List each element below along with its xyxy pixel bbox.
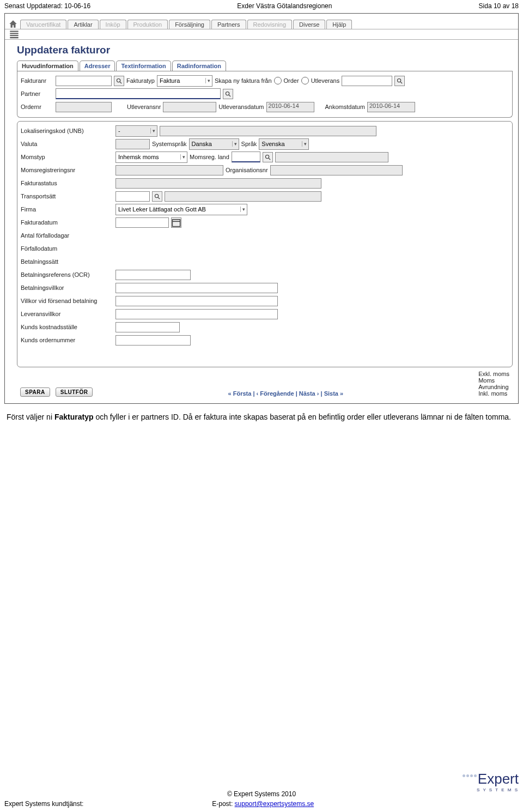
search-icon[interactable] <box>223 89 233 99</box>
footer-left: Expert Systems kundtjänst: <box>4 800 83 808</box>
calendar-icon[interactable] <box>171 217 181 228</box>
search-icon[interactable] <box>114 76 124 86</box>
label-fakturatyp: Fakturatyp <box>126 77 155 84</box>
sprak-select[interactable]: Svenska <box>259 138 309 150</box>
forsenad-input[interactable] <box>115 296 278 306</box>
finish-button[interactable]: SLUTFÖR <box>56 387 93 397</box>
radio-order[interactable] <box>274 77 282 84</box>
save-button[interactable]: SPARA <box>20 387 50 397</box>
header-center: Exder Västra Götalandsregionen <box>237 2 332 10</box>
header-right: Sida 10 av 18 <box>479 2 519 10</box>
svg-line-5 <box>229 95 230 96</box>
pager[interactable]: « Första | ‹ Föregående | Nästa › | Sist… <box>228 390 344 397</box>
label-kundordernr: Kunds ordernummer <box>21 337 113 343</box>
email-link[interactable]: support@expertsystems.se <box>235 800 314 808</box>
svg-line-1 <box>120 82 121 83</box>
page-title: Uppdatera fakturor <box>17 44 513 56</box>
label-kostnadsstalle: Kunds kostnadsställe <box>21 324 113 330</box>
label-transport: Transportsätt <box>21 193 113 199</box>
svg-point-8 <box>155 194 158 197</box>
kostnadsstalle-input[interactable] <box>115 322 180 332</box>
footer-bar: SPARA SLUTFÖR « Första | ‹ Föregående | … <box>17 369 513 399</box>
transport-desc <box>165 191 321 202</box>
sub-tabs: Huvudinformation Adresser Textinformatio… <box>17 60 513 71</box>
label-ordernr: Ordernr <box>21 104 53 110</box>
label-valuta: Valuta <box>21 141 113 147</box>
label-order: Order <box>284 77 299 84</box>
fakturadatum-input[interactable] <box>115 217 169 228</box>
firma-select[interactable]: Livet Leker Lättlagat och Gott AB <box>115 204 247 215</box>
svg-point-4 <box>226 92 229 95</box>
label-orgnr: Organisationsnr <box>226 167 268 173</box>
menu-tab[interactable]: Artiklar <box>68 20 98 29</box>
label-sprak: Språk <box>241 141 257 147</box>
radio-utleverans[interactable] <box>301 77 309 84</box>
menu-tab[interactable]: Produktion <box>127 20 168 29</box>
label-momsregnr: Momsregistreringsnr <box>21 167 113 173</box>
label-antal-forfallodagar: Antal förfallodagar <box>21 232 113 239</box>
menu-tab[interactable]: Inköp <box>100 20 126 29</box>
label-fakturanr: Fakturanr <box>21 77 53 84</box>
search-icon[interactable] <box>152 191 162 202</box>
utleveransnr-input <box>163 102 216 112</box>
ordernr-input <box>56 102 112 112</box>
label-forfallodatum: Förfallodatum <box>21 245 113 252</box>
label-utleveransdatum: Utleveransdatum <box>218 104 264 110</box>
list-icon[interactable] <box>9 30 19 40</box>
kundordernr-input[interactable] <box>115 335 191 346</box>
app-screenshot: Varucertifikat Artiklar Inköp Produktion… <box>4 13 519 404</box>
label-fakturastatus: Fakturastatus <box>21 180 113 186</box>
label-lokalisering: Lokaliseringskod (UNB) <box>21 128 113 134</box>
valuta-input <box>115 139 150 149</box>
menu-tab[interactable]: Partners <box>211 20 246 29</box>
label-forsenad: Villkor vid försenad betalning <box>21 298 113 304</box>
label-partner: Partner <box>21 90 53 97</box>
copyright: © Expert Systems 2010 <box>4 790 519 798</box>
label-betalsatt: Betalningssätt <box>21 258 113 265</box>
menu-tab[interactable]: Varucertifikat <box>20 20 66 29</box>
momsreg-land-desc <box>275 152 388 162</box>
momsregnr-input <box>115 165 223 175</box>
leveransvillkor-input[interactable] <box>115 309 278 319</box>
label-betalvillkor: Betalningsvillkor <box>21 284 113 291</box>
utleverans-nr-input[interactable] <box>342 76 392 86</box>
label-utleveransnr: Utleveransnr <box>127 104 161 110</box>
footer-email: E-post: support@expertsystems.se <box>212 800 314 808</box>
betalvillkor-input[interactable] <box>115 283 278 293</box>
menu-tab[interactable]: Hjälp <box>326 20 352 29</box>
page-header: Senast Uppdaterad: 10-06-16 Exder Västra… <box>0 0 523 13</box>
utleveransdatum-input: 2010-06-14 <box>266 102 314 112</box>
svg-line-9 <box>158 197 160 199</box>
ankomstdatum-input: 2010-06-14 <box>367 102 415 112</box>
explanation-text: Först väljer ni Fakturatyp och fyller i … <box>0 404 523 427</box>
svg-line-7 <box>269 158 270 160</box>
menu-tab[interactable]: Redovisning <box>247 20 293 29</box>
fakturanr-input[interactable] <box>56 76 112 86</box>
label-ocr: Betalningsreferens (OCR) <box>21 271 113 278</box>
search-icon[interactable] <box>263 152 273 162</box>
fakturastatus-input <box>115 178 321 189</box>
partner-input[interactable] <box>56 88 221 99</box>
systemsprak-select[interactable]: Danska <box>189 138 239 150</box>
label-ankomstdatum: Ankomstdatum <box>325 104 365 110</box>
subtab-adresser[interactable]: Adresser <box>80 60 115 71</box>
menu-tabs: Varucertifikat Artiklar Inköp Produktion… <box>20 20 353 29</box>
ocr-input[interactable] <box>115 270 191 280</box>
menu-tab[interactable]: Försäljning <box>169 20 210 29</box>
momsreg-land-input[interactable] <box>232 152 260 162</box>
subtab-radinformation[interactable]: Radinformation <box>172 60 226 71</box>
fakturatyp-select[interactable]: Faktura <box>157 75 212 87</box>
momstyp-select[interactable]: Inhemsk moms <box>115 152 187 163</box>
svg-point-6 <box>265 155 269 158</box>
subtab-textinformation[interactable]: Textinformation <box>116 60 171 71</box>
subtab-huvudinformation[interactable]: Huvudinformation <box>17 60 78 71</box>
lokalisering-select[interactable]: - <box>115 125 157 137</box>
search-icon[interactable] <box>394 76 405 86</box>
totals-labels: Exkl. moms Moms Avrundning Inkl. moms <box>478 371 509 397</box>
home-icon[interactable] <box>8 19 18 29</box>
transport-input[interactable] <box>115 191 150 202</box>
label-utleverans: Utleverans <box>311 77 340 84</box>
top-panel: Fakturanr Fakturatyp Faktura Skapa ny fa… <box>17 71 513 118</box>
label-systemsprak: Systemspråk <box>152 141 187 147</box>
menu-tab[interactable]: Diverse <box>293 20 325 29</box>
